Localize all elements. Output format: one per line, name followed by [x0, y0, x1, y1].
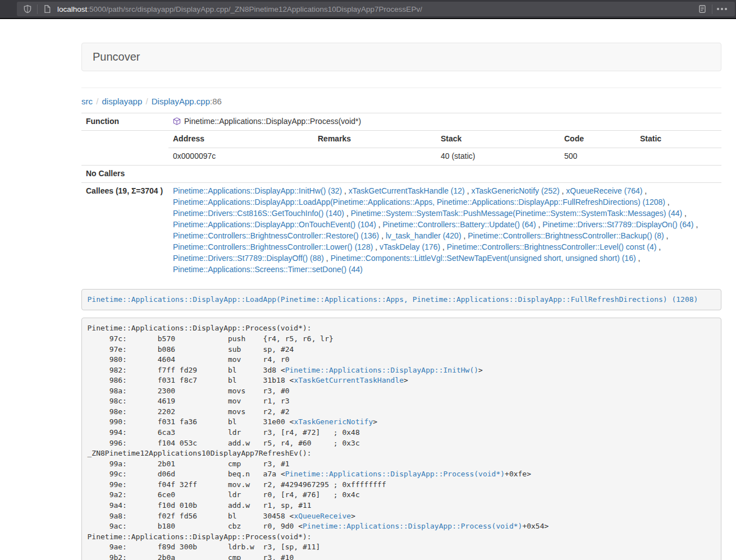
stats-cell: Address Remarks Stack Code Static 0x0000…: [168, 130, 721, 165]
loadapp-snippet-link[interactable]: Pinetime::Applications::DisplayApp::Load…: [88, 295, 698, 304]
callee-link[interactable]: Pinetime::Applications::DisplayApp::OnTo…: [173, 220, 376, 229]
callee-link[interactable]: xQueueReceive (764): [566, 186, 642, 195]
code-value: 500: [560, 148, 636, 164]
asm-symbol-link[interactable]: Pinetime::Applications::DisplayApp::Init…: [285, 366, 478, 374]
callee-separator: ,: [536, 220, 543, 229]
col-static: Static: [636, 131, 721, 148]
callee-separator: ,: [560, 186, 566, 195]
remarks-value: [313, 148, 436, 164]
callee-link[interactable]: xTaskGetCurrentTaskHandle (12): [349, 186, 465, 195]
callee-link[interactable]: Pinetime::System::SystemTask::PushMessag…: [351, 209, 683, 218]
address-value: 0x0000097c: [168, 148, 313, 164]
col-address: Address: [168, 131, 313, 148]
url-bar[interactable]: localhost:5000/path/src/displayapp/Displ…: [17, 2, 735, 16]
no-callers-row: No Callers: [81, 165, 721, 182]
divider: [81, 88, 721, 88]
breadcrumb-link[interactable]: displayapp: [102, 97, 143, 106]
function-row: Function Pinetime::Applications::Display…: [81, 113, 721, 131]
callees-row: Callees (19, Σ=3704 ) Pinetime::Applicat…: [81, 182, 721, 278]
url-text: localhost:5000/path/src/displayapp/Displ…: [57, 5, 422, 13]
callee-link[interactable]: Pinetime::Drivers::St7789::DisplayOn() (…: [542, 220, 693, 229]
function-name: Pinetime::Applications::DisplayApp::Proc…: [184, 117, 361, 126]
callee-separator: ,: [440, 242, 447, 251]
callee-link[interactable]: Pinetime::Components::LittleVgl::SetNewT…: [331, 254, 636, 263]
breadcrumb-separator: /: [93, 97, 102, 106]
callees-cell: Pinetime::Applications::DisplayApp::Init…: [168, 182, 721, 278]
stack-value: 40 (static): [436, 148, 560, 164]
asm-symbol-link[interactable]: xTaskGetCurrentTaskHandle: [294, 376, 404, 384]
callee-separator: ,: [642, 186, 647, 195]
callee-separator: ,: [664, 231, 669, 240]
breadcrumb-line-number: :86: [210, 97, 222, 106]
asm-symbol-link[interactable]: Pinetime::Applications::DisplayApp::Proc…: [285, 470, 505, 478]
function-label: Function: [81, 113, 168, 131]
function-stats-row: Address Remarks Stack Code Static 0x0000…: [81, 130, 721, 165]
breadcrumb: src / displayapp / DisplayApp.cpp:86: [81, 97, 721, 106]
ellipsis-icon[interactable]: [716, 3, 728, 15]
stats-header-row: Address Remarks Stack Code Static: [168, 131, 721, 148]
reader-view-icon[interactable]: [696, 3, 708, 15]
col-code: Code: [560, 131, 636, 148]
callee-separator: ,: [465, 186, 472, 195]
callee-link[interactable]: vTaskDelay (176): [380, 242, 440, 251]
callee-link[interactable]: xTaskGenericNotify (252): [471, 186, 559, 195]
url-path: :5000/path/src/displayapp/DisplayApp.cpp…: [87, 5, 422, 13]
puncover-brand-panel: Puncover: [81, 43, 721, 71]
callee-separator: ,: [656, 242, 661, 251]
callee-link[interactable]: Pinetime::Applications::Screens::Timer::…: [173, 265, 363, 274]
callee-separator: ,: [376, 220, 383, 229]
callee-link[interactable]: Pinetime::Controllers::BrightnessControl…: [173, 242, 373, 251]
breadcrumb-link[interactable]: DisplayApp.cpp: [152, 97, 210, 106]
toolbar-separator: [712, 4, 712, 14]
loadapp-snippet: Pinetime::Applications::DisplayApp::Load…: [81, 289, 721, 311]
callee-link[interactable]: Pinetime::Controllers::Battery::Update()…: [383, 220, 536, 229]
callee-separator: ,: [461, 231, 468, 240]
callee-link[interactable]: Pinetime::Controllers::BrightnessControl…: [447, 242, 656, 251]
stats-table: Address Remarks Stack Code Static 0x0000…: [168, 131, 721, 165]
callee-separator: ,: [694, 220, 698, 229]
callee-separator: ,: [344, 209, 351, 218]
callees-label: Callees (19, Σ=3704 ): [81, 182, 168, 278]
callee-link[interactable]: Pinetime::Controllers::BrightnessControl…: [173, 231, 379, 240]
callee-separator: ,: [682, 209, 687, 218]
callee-separator: ,: [373, 242, 380, 251]
cube-icon: [173, 117, 181, 125]
breadcrumb-separator: /: [142, 97, 152, 106]
callee-separator: ,: [665, 198, 670, 206]
callee-separator: ,: [324, 254, 331, 263]
col-remarks: Remarks: [313, 131, 436, 148]
no-callers-cell: [168, 165, 721, 182]
callee-separator: ,: [342, 186, 349, 195]
function-table: Function Pinetime::Applications::Display…: [81, 113, 721, 278]
toolbar-separator: [37, 4, 38, 14]
callee-link[interactable]: Pinetime::Drivers::St7789::DisplayOff() …: [173, 254, 324, 263]
callee-link[interactable]: Pinetime::Applications::DisplayApp::Init…: [173, 186, 342, 195]
url-host: localhost: [57, 5, 87, 13]
asm-symbol-link[interactable]: Pinetime::Applications::DisplayApp::Proc…: [303, 522, 522, 530]
callee-link[interactable]: Pinetime::Applications::DisplayApp::Load…: [173, 198, 665, 206]
callee-link[interactable]: lv_task_handler (420): [386, 231, 461, 240]
callee-link[interactable]: Pinetime::Controllers::BrightnessControl…: [468, 231, 664, 240]
callee-link[interactable]: Pinetime::Drivers::Cst816S::GetTouchInfo…: [173, 209, 344, 218]
brand-title: Puncover: [93, 51, 140, 63]
function-name-cell: Pinetime::Applications::DisplayApp::Proc…: [168, 113, 721, 131]
shield-icon[interactable]: [21, 3, 34, 15]
asm-symbol-link[interactable]: xTaskGenericNotify: [294, 417, 373, 426]
empty-label: [81, 130, 168, 165]
no-callers-label: No Callers: [81, 165, 168, 182]
browser-toolbar: localhost:5000/path/src/displayapp/Displ…: [0, 0, 736, 19]
callee-separator: ,: [379, 231, 386, 240]
callee-separator: ,: [636, 254, 641, 263]
breadcrumb-link[interactable]: src: [81, 97, 93, 106]
page-icon[interactable]: [41, 3, 53, 15]
page-content: Puncover src / displayapp / DisplayApp.c…: [81, 43, 721, 560]
stats-values-row: 0x0000097c 40 (static) 500: [168, 148, 721, 164]
static-value: [636, 148, 721, 164]
asm-symbol-link[interactable]: xQueueReceive: [294, 512, 351, 520]
disassembly-pre: Pinetime::Applications::DisplayApp::Proc…: [81, 318, 721, 560]
col-stack: Stack: [436, 131, 560, 148]
